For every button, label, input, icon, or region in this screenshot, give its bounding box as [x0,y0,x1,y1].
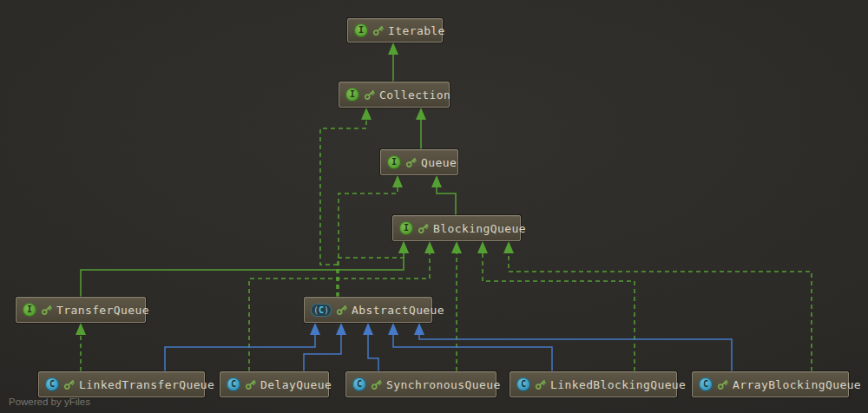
edge-synchronousqueue-abstractqueue[interactable] [368,335,378,371]
interface-icon: I [354,23,368,37]
class-icon: C [227,377,240,391]
arrowhead-linkedblockingqueue-abstractqueue [388,323,398,335]
node-abstractqueue[interactable]: (C)AbstractQueue [304,297,432,323]
node-synchronousqueue[interactable]: CSynchronousQueue [345,371,496,397]
interface-icon: I [345,88,359,102]
node-label: AbstractQueue [352,304,444,317]
node-label: Queue [421,156,457,169]
key-icon [535,379,546,390]
class-icon: C [699,377,713,391]
arrowhead-arrayblockingqueue-abstractqueue [414,323,424,335]
interface-icon: I [23,303,36,317]
arrowhead-linkedtransferqueue-abstractqueue [310,323,320,335]
key-icon [405,157,417,168]
key-icon [336,305,347,316]
edge-layer [0,0,868,413]
key-icon [41,305,52,316]
uml-diagram-canvas: IIterableICollectionIQueueIBlockingQueue… [0,0,868,413]
key-icon [717,379,728,390]
class-icon: C [516,377,530,391]
node-collection[interactable]: ICollection [339,82,450,108]
key-icon [364,89,375,101]
class-icon: C [352,377,366,391]
node-queue[interactable]: IQueue [380,149,458,175]
edge-blockingqueue-queue[interactable] [437,187,456,215]
node-label: LinkedTransferQueue [79,378,214,391]
node-label: TransferQueue [56,304,149,317]
arrowhead-abstractqueue-queue [392,175,403,187]
edge-linkedblockingqueue-abstractqueue[interactable] [393,335,552,371]
node-label: DelayQueue [260,378,332,391]
key-icon [418,223,429,234]
edge-abstractqueue-blockingqueue[interactable] [338,253,404,297]
key-icon [63,379,75,390]
interface-icon: I [399,221,413,235]
abstract-class-icon: (C) [311,304,332,317]
arrowhead-delayqueue-blockingqueue [424,241,435,253]
key-icon [245,379,256,390]
node-transferqueue[interactable]: ITransferQueue [16,297,146,323]
arrowhead-abstractqueue-blockingqueue [398,241,409,253]
class-icon: C [45,377,59,391]
arrowhead-synchronousqueue-blockingqueue [451,241,462,253]
node-linkedtransferqueue[interactable]: CLinkedTransferQueue [38,371,205,397]
key-icon [372,25,384,36]
arrowhead-abstractqueue-collection [361,108,372,120]
yfiles-watermark: Powered by yFiles [9,397,90,407]
edge-transferqueue-blockingqueue[interactable] [81,253,404,297]
node-linkedblockingqueue[interactable]: CLinkedBlockingQueue [510,371,677,397]
arrowhead-queue-collection [416,108,426,120]
node-label: BlockingQueue [433,222,526,235]
edge-abstractqueue-queue[interactable] [339,187,398,297]
arrowhead-blockingqueue-queue [431,175,442,187]
node-label: ArrayBlockingQueue [733,378,861,391]
arrowhead-delayqueue-abstractqueue [336,323,346,335]
node-label: LinkedBlockingQueue [550,378,686,391]
arrowhead-linkedtransferqueue-transferqueue [76,323,86,335]
node-label: Collection [379,88,450,102]
node-label: Iterable [388,24,445,37]
arrowhead-linkedblockingqueue-blockingqueue [477,241,488,253]
edge-delayqueue-abstractqueue[interactable] [304,335,341,371]
edge-arrayblockingqueue-blockingqueue[interactable] [509,253,812,371]
edge-arrayblockingqueue-abstractqueue[interactable] [419,335,732,371]
arrowhead-arrayblockingqueue-blockingqueue [503,241,514,253]
key-icon [371,379,382,390]
edge-linkedtransferqueue-abstractqueue[interactable] [165,335,315,371]
arrowhead-collection-iterable [388,43,398,55]
node-blockingqueue[interactable]: IBlockingQueue [392,215,521,241]
node-arrayblockingqueue[interactable]: CArrayBlockingQueue [692,371,849,397]
node-delayqueue[interactable]: CDelayQueue [220,371,329,397]
interface-icon: I [387,155,401,169]
arrowhead-synchronousqueue-abstractqueue [363,323,373,335]
node-label: SynchronousQueue [386,378,501,391]
node-iterable[interactable]: IIterable [347,18,443,43]
